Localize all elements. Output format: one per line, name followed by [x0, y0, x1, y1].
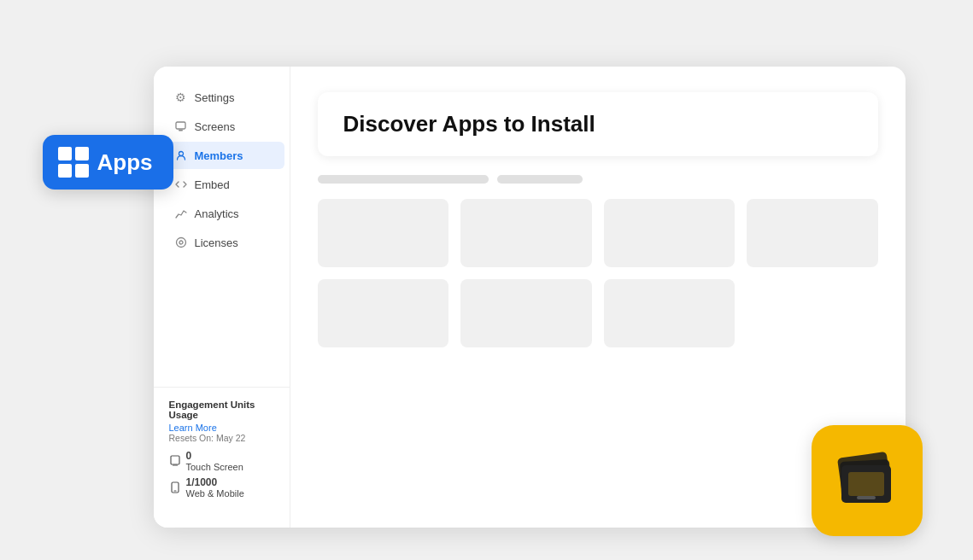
members-icon	[174, 149, 188, 162]
sidebar-item-licenses[interactable]: Licenses	[159, 229, 284, 256]
apps-badge[interactable]: Apps	[43, 135, 173, 190]
sidebar-item-embed[interactable]: Embed	[159, 171, 284, 198]
app-card-3[interactable]	[604, 199, 736, 267]
sidebar-item-screens[interactable]: Screens	[159, 113, 284, 140]
apps-grid	[318, 199, 878, 347]
sidebar-item-analytics[interactable]: Analytics	[159, 200, 284, 227]
sidebar-item-members[interactable]: Members	[159, 142, 284, 169]
svg-rect-0	[176, 122, 185, 129]
svg-point-3	[176, 238, 185, 248]
learn-more-link[interactable]: Learn More	[169, 423, 274, 433]
svg-point-2	[179, 152, 183, 156]
svg-point-4	[179, 241, 183, 244]
app-card-7[interactable]	[604, 279, 736, 347]
resets-text: Resets On: May 22	[169, 433, 274, 443]
page-title: Discover Apps to Install	[343, 111, 853, 137]
app-card-1[interactable]	[318, 199, 449, 267]
svg-rect-5	[171, 456, 179, 464]
app-card-4[interactable]	[747, 199, 878, 267]
main-card: ⚙ Settings Screens Members Embed	[154, 67, 906, 528]
app-card-6[interactable]	[460, 279, 592, 347]
yellow-app-icon[interactable]	[812, 425, 923, 536]
filter-bar	[318, 175, 878, 184]
licenses-icon	[174, 236, 188, 249]
web-mobile-usage: 1/1000 Web & Mobile	[169, 476, 274, 499]
apps-badge-label: Apps	[97, 149, 153, 176]
sidebar-item-settings[interactable]: ⚙ Settings	[159, 84, 284, 111]
embed-icon	[174, 178, 188, 191]
filter-pill-wide	[318, 175, 489, 184]
sidebar: ⚙ Settings Screens Members Embed	[154, 67, 290, 528]
screens-icon	[174, 120, 188, 133]
sidebar-bottom: Engagement Units Usage Learn More Resets…	[154, 387, 290, 510]
svg-rect-12	[848, 472, 884, 496]
touch-screen-usage: 0 Touch Screen	[169, 450, 274, 472]
card-stack-svg	[833, 450, 901, 511]
scene: ⚙ Settings Screens Members Embed	[68, 32, 906, 528]
apps-grid-icon	[58, 147, 89, 178]
svg-rect-1	[179, 130, 183, 131]
settings-icon: ⚙	[174, 90, 188, 104]
app-card-5[interactable]	[318, 279, 449, 347]
analytics-icon	[174, 207, 188, 220]
page-header-card: Discover Apps to Install	[318, 92, 878, 156]
app-card-2[interactable]	[460, 199, 592, 267]
svg-rect-13	[857, 496, 876, 499]
filter-pill-narrow	[497, 175, 583, 184]
engagement-title: Engagement Units Usage	[169, 400, 274, 420]
